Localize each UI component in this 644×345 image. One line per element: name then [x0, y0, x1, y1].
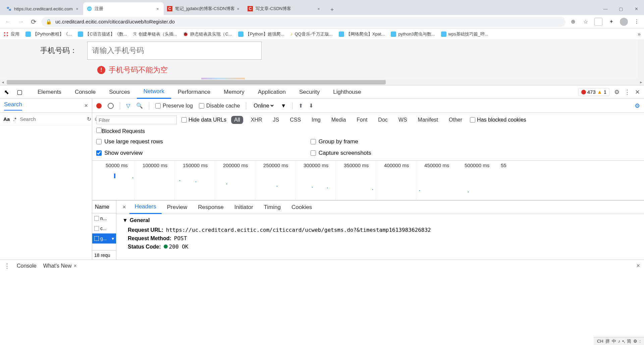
omnibox[interactable]: 🔒 uc.creditcard.ecitic.com/citiccard/ucw… — [42, 17, 566, 27]
tab-3[interactable]: C 写文章-CSDN博客 × — [244, 2, 325, 15]
tab-security[interactable]: Security — [292, 85, 326, 99]
hide-data-urls-checkbox[interactable]: Hide data URLs — [181, 117, 226, 123]
new-tab-button[interactable]: + — [327, 4, 337, 15]
capture-screenshots-checkbox[interactable]: Capture screenshots — [311, 150, 371, 156]
bookmark-item[interactable]: 【Python】超强爬... — [238, 31, 284, 37]
error-count-badge[interactable]: 473 ▲ 1 — [578, 88, 609, 96]
tab-application[interactable]: Application — [251, 85, 292, 99]
regex-toggle[interactable]: .* — [13, 116, 16, 122]
bookmark-item[interactable]: 【C语言描述】《数... — [78, 31, 127, 37]
devtools-menu-icon[interactable]: ⋮ — [624, 88, 630, 96]
tab-sources[interactable]: Sources — [102, 85, 137, 99]
phone-input[interactable] — [87, 42, 262, 60]
filter-type-js[interactable]: JS — [270, 116, 282, 124]
ime-indicator[interactable]: CH 拼 中 ♪ •, 简 ⚙ : — [594, 337, 644, 345]
large-rows-checkbox[interactable]: Use large request rows — [96, 138, 163, 145]
subtab-preview[interactable]: Preview — [162, 201, 193, 214]
tab-network[interactable]: Network — [137, 85, 171, 99]
upload-har-icon[interactable]: ⬆ — [299, 102, 303, 109]
show-overview-checkbox[interactable]: Show overview — [96, 150, 163, 156]
blocked-requests-checkbox[interactable]: Blocked Requests — [96, 128, 145, 134]
throttling-select[interactable]: Online — [252, 102, 275, 109]
request-row[interactable]: c... — [92, 223, 116, 233]
record-button[interactable] — [96, 103, 102, 109]
tab-1[interactable]: 🌐 注册 × — [83, 2, 164, 15]
drawer-close-icon[interactable]: × — [636, 262, 640, 269]
network-timeline[interactable]: 50000 ms 100000 ms 150000 ms 200000 ms 2… — [92, 161, 644, 200]
drawer-menu-icon[interactable]: ⋮ — [4, 262, 10, 270]
forward-button[interactable]: → — [16, 17, 25, 26]
filter-type-all[interactable]: All — [231, 116, 243, 124]
group-by-frame-checkbox[interactable]: Group by frame — [311, 138, 371, 145]
filter-type-img[interactable]: Img — [309, 116, 324, 124]
bookmark-item[interactable]: 【Python教程】《... — [25, 31, 72, 37]
filter-type-doc[interactable]: Doc — [375, 116, 390, 124]
search-icon[interactable]: 🔍 — [136, 102, 143, 109]
scroll-right-icon[interactable]: ► — [638, 79, 644, 85]
subtab-cookies[interactable]: Cookies — [286, 201, 317, 214]
drawer-tab-console[interactable]: Console — [17, 263, 37, 269]
bookmark-star-icon[interactable]: ☆ — [582, 18, 590, 26]
name-column-header[interactable]: Name — [92, 201, 116, 213]
network-settings-gear-icon[interactable]: ⚙ — [635, 102, 640, 110]
bookmark-item[interactable]: ℛ创建单链表（头插... — [133, 31, 177, 37]
tab-console[interactable]: Console — [68, 85, 102, 99]
request-row-selected[interactable]: g...▾ — [92, 233, 116, 244]
filter-type-css[interactable]: CSS — [287, 116, 304, 124]
profile-avatar[interactable] — [620, 18, 628, 26]
filter-input[interactable] — [96, 116, 177, 124]
tab-0[interactable]: 🐾 https://uc.creditcard.ecitic.com × — [3, 2, 83, 15]
match-case-toggle[interactable]: Aa — [3, 116, 10, 122]
filter-type-font[interactable]: Font — [354, 116, 370, 124]
close-icon[interactable]: × — [235, 6, 241, 11]
bookmark-item[interactable]: python3爬虫与数... — [391, 31, 435, 37]
bookmark-item[interactable]: ♪QQ音乐-千万正版... — [290, 31, 333, 37]
settings-gear-icon[interactable]: ⚙ — [614, 88, 620, 96]
bookmark-item[interactable]: 🐞静态链表及实现（C... — [183, 31, 232, 37]
bookmark-item[interactable]: wps基础技巧篇_哔... — [441, 31, 488, 37]
zoom-icon[interactable]: ⊕ — [569, 18, 577, 26]
chevron-down-icon[interactable]: ▼ — [281, 103, 286, 109]
filter-toggle-icon[interactable]: ▽ — [126, 102, 130, 109]
filter-type-manifest[interactable]: Manifest — [415, 116, 441, 124]
close-icon[interactable]: × — [74, 6, 80, 11]
extension-icon[interactable] — [594, 18, 602, 26]
tab-memory[interactable]: Memory — [217, 85, 251, 99]
tab-elements[interactable]: Elements — [31, 85, 68, 99]
reload-button[interactable]: ⟳ — [29, 17, 38, 26]
tab-lighthouse[interactable]: Lighthouse — [326, 85, 368, 99]
close-detail-icon[interactable]: × — [119, 204, 129, 211]
maximize-button[interactable]: ▢ — [613, 2, 629, 15]
vertical-scrollbar[interactable] — [638, 40, 644, 79]
filter-type-ws[interactable]: WS — [395, 116, 410, 124]
subtab-initiator[interactable]: Initiator — [229, 201, 259, 214]
extensions-puzzle-icon[interactable]: ✦ — [607, 18, 615, 26]
device-toolbar-icon[interactable]: ▢ — [17, 88, 24, 96]
disable-cache-checkbox[interactable]: Disable cache — [199, 103, 240, 109]
tab-performance[interactable]: Performance — [171, 85, 217, 99]
general-section-header[interactable]: ▼General — [122, 217, 638, 223]
back-button[interactable]: ← — [3, 17, 13, 26]
close-icon[interactable]: × — [74, 263, 77, 269]
bookmarks-overflow-icon[interactable]: » — [638, 31, 641, 37]
apps-button[interactable]: 应用 — [3, 31, 19, 37]
scrollbar-thumb[interactable] — [7, 80, 386, 84]
devtools-close-icon[interactable]: ✕ — [635, 88, 640, 96]
horizontal-scrollbar[interactable]: ◄ ► — [0, 79, 644, 85]
filter-type-media[interactable]: Media — [328, 116, 349, 124]
subtab-response[interactable]: Response — [193, 201, 229, 214]
search-input[interactable] — [20, 116, 84, 122]
blocked-cookies-checkbox[interactable]: Has blocked cookies — [470, 117, 526, 123]
minimize-button[interactable]: — — [598, 2, 613, 15]
scroll-left-icon[interactable]: ◄ — [0, 79, 6, 85]
filter-type-xhr[interactable]: XHR — [248, 116, 265, 124]
subtab-timing[interactable]: Timing — [259, 201, 286, 214]
clear-button[interactable] — [108, 103, 114, 109]
subtab-headers[interactable]: Headers — [129, 201, 162, 214]
close-icon[interactable]: × — [84, 102, 88, 109]
chrome-menu-icon[interactable]: ⋮ — [633, 18, 641, 26]
drawer-tab-whatsnew[interactable]: What's New× — [43, 263, 77, 269]
close-window-button[interactable]: ✕ — [629, 2, 644, 15]
bookmark-item[interactable]: 【网络爬虫】Xpat... — [339, 31, 385, 37]
inspect-element-icon[interactable]: ⬉ — [4, 88, 11, 96]
